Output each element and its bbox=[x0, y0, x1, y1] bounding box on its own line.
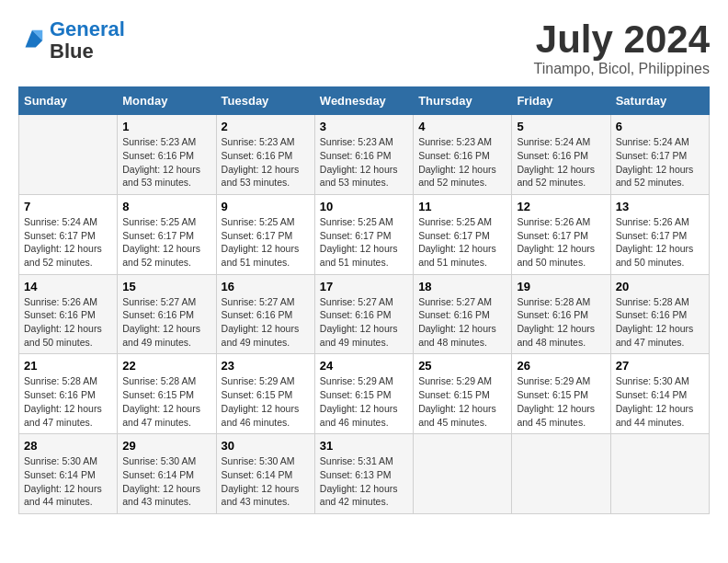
calendar-cell: 22 Sunrise: 5:28 AMSunset: 6:15 PMDaylig… bbox=[118, 354, 216, 434]
calendar-cell: 29 Sunrise: 5:30 AMSunset: 6:14 PMDaylig… bbox=[118, 434, 216, 514]
calendar-cell: 2 Sunrise: 5:23 AMSunset: 6:16 PMDayligh… bbox=[216, 115, 314, 195]
day-info: Sunrise: 5:27 AMSunset: 6:16 PMDaylight:… bbox=[320, 295, 408, 350]
calendar-cell: 9 Sunrise: 5:25 AMSunset: 6:17 PMDayligh… bbox=[216, 194, 314, 274]
logo-icon bbox=[18, 27, 46, 54]
calendar-cell: 18 Sunrise: 5:27 AMSunset: 6:16 PMDaylig… bbox=[414, 274, 512, 354]
day-number: 19 bbox=[517, 280, 605, 293]
calendar-cell: 20 Sunrise: 5:28 AMSunset: 6:16 PMDaylig… bbox=[610, 274, 709, 354]
day-number: 4 bbox=[418, 120, 506, 133]
day-number: 30 bbox=[222, 439, 310, 453]
day-info: Sunrise: 5:28 AMSunset: 6:16 PMDaylight:… bbox=[616, 295, 704, 350]
calendar-table: Sunday Monday Tuesday Wednesday Thursday… bbox=[18, 86, 710, 514]
day-number: 13 bbox=[616, 200, 704, 213]
calendar-cell: 31 Sunrise: 5:31 AMSunset: 6:13 PMDaylig… bbox=[314, 434, 413, 514]
day-info: Sunrise: 5:28 AMSunset: 6:16 PMDaylight:… bbox=[517, 295, 605, 350]
day-info: Sunrise: 5:27 AMSunset: 6:16 PMDaylight:… bbox=[222, 295, 310, 350]
day-number: 1 bbox=[122, 120, 210, 133]
calendar-cell: 5 Sunrise: 5:24 AMSunset: 6:16 PMDayligh… bbox=[512, 115, 610, 195]
logo-text: General Blue bbox=[50, 18, 125, 63]
title-block: July 2024 Tinampo, Bicol, Philippines bbox=[534, 18, 711, 77]
col-saturday: Saturday bbox=[610, 87, 709, 115]
calendar-cell: 16 Sunrise: 5:27 AMSunset: 6:16 PMDaylig… bbox=[216, 274, 314, 354]
day-number: 31 bbox=[320, 439, 408, 453]
calendar-cell: 30 Sunrise: 5:30 AMSunset: 6:14 PMDaylig… bbox=[216, 434, 314, 514]
calendar-cell: 26 Sunrise: 5:29 AMSunset: 6:15 PMDaylig… bbox=[512, 354, 610, 434]
calendar-cell: 6 Sunrise: 5:24 AMSunset: 6:17 PMDayligh… bbox=[610, 115, 709, 195]
calendar-cell: 3 Sunrise: 5:23 AMSunset: 6:16 PMDayligh… bbox=[314, 115, 413, 195]
calendar-week-5: 28 Sunrise: 5:30 AMSunset: 6:14 PMDaylig… bbox=[19, 434, 710, 514]
calendar-cell: 17 Sunrise: 5:27 AMSunset: 6:16 PMDaylig… bbox=[314, 274, 413, 354]
calendar-cell: 25 Sunrise: 5:29 AMSunset: 6:15 PMDaylig… bbox=[414, 354, 512, 434]
calendar-cell: 1 Sunrise: 5:23 AMSunset: 6:16 PMDayligh… bbox=[118, 115, 216, 195]
calendar-cell: 28 Sunrise: 5:30 AMSunset: 6:14 PMDaylig… bbox=[19, 434, 118, 514]
calendar-cell: 8 Sunrise: 5:25 AMSunset: 6:17 PMDayligh… bbox=[118, 194, 216, 274]
day-number: 6 bbox=[616, 120, 704, 133]
calendar-cell: 10 Sunrise: 5:25 AMSunset: 6:17 PMDaylig… bbox=[314, 194, 413, 274]
calendar-cell: 7 Sunrise: 5:24 AMSunset: 6:17 PMDayligh… bbox=[19, 194, 118, 274]
day-info: Sunrise: 5:27 AMSunset: 6:16 PMDaylight:… bbox=[122, 295, 210, 350]
day-number: 14 bbox=[24, 280, 112, 293]
day-info: Sunrise: 5:29 AMSunset: 6:15 PMDaylight:… bbox=[517, 374, 605, 429]
day-info: Sunrise: 5:25 AMSunset: 6:17 PMDaylight:… bbox=[222, 215, 310, 270]
day-info: Sunrise: 5:31 AMSunset: 6:13 PMDaylight:… bbox=[320, 454, 408, 509]
day-info: Sunrise: 5:24 AMSunset: 6:17 PMDaylight:… bbox=[24, 215, 112, 270]
col-wednesday: Wednesday bbox=[314, 87, 413, 115]
day-info: Sunrise: 5:27 AMSunset: 6:16 PMDaylight:… bbox=[418, 295, 506, 350]
day-info: Sunrise: 5:23 AMSunset: 6:16 PMDaylight:… bbox=[418, 135, 506, 190]
day-info: Sunrise: 5:30 AMSunset: 6:14 PMDaylight:… bbox=[122, 454, 210, 509]
calendar-cell: 24 Sunrise: 5:29 AMSunset: 6:15 PMDaylig… bbox=[314, 354, 413, 434]
day-number: 25 bbox=[418, 359, 506, 373]
calendar-week-3: 14 Sunrise: 5:26 AMSunset: 6:16 PMDaylig… bbox=[19, 274, 710, 354]
day-number: 15 bbox=[122, 280, 210, 293]
calendar-cell: 12 Sunrise: 5:26 AMSunset: 6:17 PMDaylig… bbox=[512, 194, 610, 274]
day-number: 21 bbox=[24, 359, 112, 373]
col-monday: Monday bbox=[118, 87, 216, 115]
day-number: 3 bbox=[320, 120, 408, 133]
month-title: July 2024 bbox=[534, 18, 711, 61]
day-number: 16 bbox=[222, 280, 310, 293]
day-info: Sunrise: 5:23 AMSunset: 6:16 PMDaylight:… bbox=[320, 135, 408, 190]
day-info: Sunrise: 5:25 AMSunset: 6:17 PMDaylight:… bbox=[122, 215, 210, 270]
day-info: Sunrise: 5:30 AMSunset: 6:14 PMDaylight:… bbox=[24, 454, 112, 509]
day-number: 22 bbox=[122, 359, 210, 373]
calendar-week-2: 7 Sunrise: 5:24 AMSunset: 6:17 PMDayligh… bbox=[19, 194, 710, 274]
calendar-cell: 21 Sunrise: 5:28 AMSunset: 6:16 PMDaylig… bbox=[19, 354, 118, 434]
day-info: Sunrise: 5:23 AMSunset: 6:16 PMDaylight:… bbox=[122, 135, 210, 190]
page-header: General Blue July 2024 Tinampo, Bicol, P… bbox=[18, 18, 710, 77]
day-info: Sunrise: 5:29 AMSunset: 6:15 PMDaylight:… bbox=[320, 374, 408, 429]
day-info: Sunrise: 5:23 AMSunset: 6:16 PMDaylight:… bbox=[222, 135, 310, 190]
day-number: 28 bbox=[24, 439, 112, 453]
calendar-week-4: 21 Sunrise: 5:28 AMSunset: 6:16 PMDaylig… bbox=[19, 354, 710, 434]
day-number: 26 bbox=[517, 359, 605, 373]
calendar-week-1: 1 Sunrise: 5:23 AMSunset: 6:16 PMDayligh… bbox=[19, 115, 710, 195]
calendar-cell: 23 Sunrise: 5:29 AMSunset: 6:15 PMDaylig… bbox=[216, 354, 314, 434]
col-friday: Friday bbox=[512, 87, 610, 115]
day-info: Sunrise: 5:25 AMSunset: 6:17 PMDaylight:… bbox=[320, 215, 408, 270]
col-sunday: Sunday bbox=[19, 87, 118, 115]
calendar-cell: 13 Sunrise: 5:26 AMSunset: 6:17 PMDaylig… bbox=[610, 194, 709, 274]
day-number: 8 bbox=[122, 200, 210, 213]
day-number: 12 bbox=[517, 200, 605, 213]
calendar-cell bbox=[512, 434, 610, 514]
calendar-cell: 27 Sunrise: 5:30 AMSunset: 6:14 PMDaylig… bbox=[610, 354, 709, 434]
day-info: Sunrise: 5:24 AMSunset: 6:17 PMDaylight:… bbox=[616, 135, 704, 190]
calendar-cell bbox=[414, 434, 512, 514]
day-number: 10 bbox=[320, 200, 408, 213]
day-number: 29 bbox=[122, 439, 210, 453]
day-number: 2 bbox=[222, 120, 310, 133]
col-thursday: Thursday bbox=[414, 87, 512, 115]
day-info: Sunrise: 5:26 AMSunset: 6:17 PMDaylight:… bbox=[517, 215, 605, 270]
day-info: Sunrise: 5:28 AMSunset: 6:15 PMDaylight:… bbox=[122, 374, 210, 429]
calendar-cell bbox=[19, 115, 118, 195]
day-info: Sunrise: 5:24 AMSunset: 6:16 PMDaylight:… bbox=[517, 135, 605, 190]
col-tuesday: Tuesday bbox=[216, 87, 314, 115]
day-info: Sunrise: 5:26 AMSunset: 6:16 PMDaylight:… bbox=[24, 295, 112, 350]
calendar-cell: 4 Sunrise: 5:23 AMSunset: 6:16 PMDayligh… bbox=[414, 115, 512, 195]
day-number: 9 bbox=[222, 200, 310, 213]
calendar-cell: 11 Sunrise: 5:25 AMSunset: 6:17 PMDaylig… bbox=[414, 194, 512, 274]
day-number: 17 bbox=[320, 280, 408, 293]
day-info: Sunrise: 5:25 AMSunset: 6:17 PMDaylight:… bbox=[418, 215, 506, 270]
calendar-header-row: Sunday Monday Tuesday Wednesday Thursday… bbox=[19, 87, 710, 115]
location: Tinampo, Bicol, Philippines bbox=[534, 61, 711, 77]
day-info: Sunrise: 5:29 AMSunset: 6:15 PMDaylight:… bbox=[222, 374, 310, 429]
